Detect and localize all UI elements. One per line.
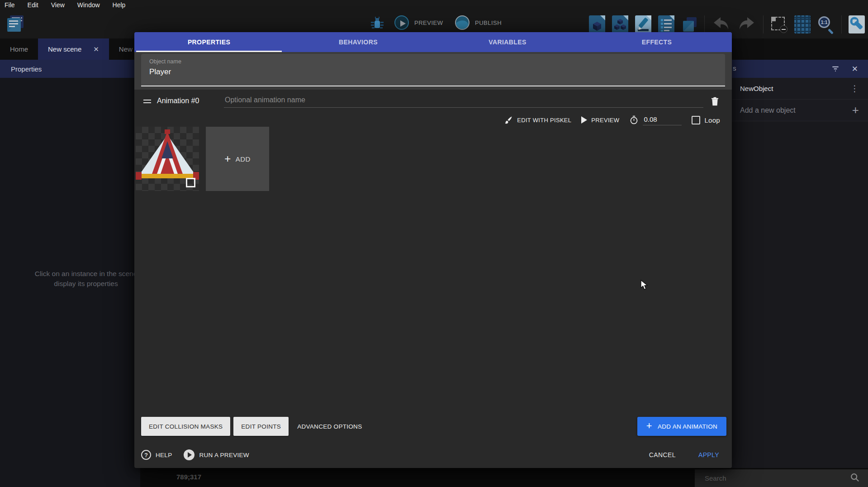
animation-tools-row: EDIT WITH PISKEL PREVIEW Loop (503, 113, 722, 127)
tab-new-scene[interactable]: New scene ✕ (38, 38, 109, 60)
drag-handle-icon[interactable] (143, 100, 151, 105)
run-preview-play-icon (184, 449, 194, 460)
publish-button[interactable]: PUBLISH (455, 15, 502, 30)
delete-animation-icon[interactable] (708, 94, 721, 108)
debug-icon[interactable] (369, 16, 385, 33)
animation-title: Animation #0 (157, 97, 199, 105)
frame-selection-box[interactable] (186, 178, 195, 187)
menu-window[interactable]: Window (77, 1, 100, 9)
help-button[interactable]: ? HELP (141, 450, 172, 460)
timer-icon (629, 115, 639, 125)
animations-section: Animation #0 EDIT WITH PISKEL (134, 90, 732, 412)
time-between-frames-field[interactable] (627, 115, 683, 125)
brush-icon (504, 116, 513, 124)
object-item-menu-icon[interactable]: ⋮ (850, 83, 859, 94)
preview-button[interactable]: PREVIEW (394, 15, 443, 30)
toolbar-separator (704, 15, 705, 33)
advanced-options-button[interactable]: ADVANCED OPTIONS (292, 423, 367, 430)
tab-home[interactable]: Home (0, 38, 38, 60)
status-bar: 789;317 (140, 468, 868, 487)
preview-play-icon (394, 15, 409, 30)
properties-panel-title: Properties (11, 65, 42, 73)
loop-checkbox[interactable] (692, 116, 700, 124)
search-bar[interactable] (695, 469, 868, 487)
play-icon (581, 116, 587, 124)
add-object-plus-icon: + (852, 103, 859, 117)
menu-file[interactable]: File (5, 1, 15, 9)
edit-points-button[interactable]: EDIT POINTS (233, 417, 289, 436)
dialog-tab-bar: PROPERTIES BEHAVIORS VARIABLES EFFECTS (134, 32, 732, 52)
add-an-animation-button[interactable]: + ADD AN ANIMATION (637, 417, 726, 436)
tab-close-icon[interactable]: ✕ (93, 45, 99, 53)
zoom-one-to-one-icon[interactable]: 1:1 (817, 15, 835, 33)
grid-icon[interactable] (794, 15, 811, 33)
animation-name-input[interactable] (224, 94, 703, 108)
cancel-button[interactable]: CANCEL (643, 451, 682, 458)
scene-settings-wrench-icon[interactable] (849, 15, 865, 33)
objects-panel-title-partial: s (733, 64, 736, 72)
help-icon: ? (141, 450, 151, 460)
animation-header-row: Animation #0 (134, 93, 732, 111)
object-name-input[interactable] (149, 67, 717, 76)
layers-icon[interactable] (681, 15, 697, 33)
animation-frames-row: + ADD (136, 127, 269, 191)
instances-list-icon[interactable] (658, 15, 674, 33)
publish-label: PUBLISH (475, 19, 502, 26)
undo-icon[interactable] (711, 15, 730, 34)
scene-properties-icon[interactable] (635, 15, 651, 33)
toolbar-right-icons: 1:1 (589, 14, 865, 34)
loop-toggle[interactable]: Loop (690, 116, 722, 124)
time-between-frames-input[interactable] (643, 115, 682, 125)
run-a-preview-button[interactable]: RUN A PREVIEW (184, 449, 249, 460)
menu-view[interactable]: View (51, 1, 65, 9)
cursor-coordinates: 789;317 (176, 473, 201, 481)
publish-globe-icon (455, 15, 470, 30)
object-editor-dialog: PROPERTIES BEHAVIORS VARIABLES EFFECTS O… (134, 32, 732, 468)
sprite-frame-thumbnail[interactable] (136, 127, 199, 191)
apply-button[interactable]: APPLY (694, 451, 724, 458)
mouse-cursor (640, 280, 650, 292)
search-icon[interactable] (850, 473, 860, 484)
project-manager-icon[interactable] (5, 13, 25, 33)
menu-edit[interactable]: Edit (28, 1, 38, 9)
dialog-tab-effects[interactable]: EFFECTS (582, 32, 731, 52)
filter-icon[interactable] (831, 64, 840, 74)
menu-bar: File Edit View Window Help (0, 0, 868, 10)
edit-with-piskel-button[interactable]: EDIT WITH PISKEL (503, 116, 573, 124)
dialog-tab-variables[interactable]: VARIABLES (433, 32, 582, 52)
toolbar-separator (841, 15, 842, 33)
plus-icon: + (224, 153, 231, 165)
redo-icon[interactable] (737, 15, 756, 34)
dialog-tab-properties[interactable]: PROPERTIES (134, 32, 284, 52)
menu-help[interactable]: Help (113, 1, 126, 9)
toolbar-separator (763, 15, 764, 33)
object-groups-icon[interactable] (612, 15, 628, 33)
plus-icon: + (646, 420, 652, 432)
object-name-section: Object name (134, 52, 732, 90)
add-frame-button[interactable]: + ADD (206, 127, 269, 191)
delete-selection-icon[interactable] (770, 16, 787, 33)
preview-label: PREVIEW (414, 19, 443, 26)
object-name-label: Object name (149, 58, 717, 65)
close-panel-icon[interactable]: ✕ (852, 64, 858, 74)
object-name-field[interactable]: Object name (141, 54, 725, 86)
preview-animation-button[interactable]: PREVIEW (579, 116, 621, 124)
edit-collision-masks-button[interactable]: EDIT COLLISION MASKS (141, 417, 230, 436)
objects-panel-icon[interactable] (589, 15, 605, 33)
dialog-actions-area: EDIT COLLISION MASKS EDIT POINTS ADVANCE… (134, 412, 732, 468)
search-input[interactable] (695, 474, 850, 482)
dialog-tab-behaviors[interactable]: BEHAVIORS (284, 32, 433, 52)
